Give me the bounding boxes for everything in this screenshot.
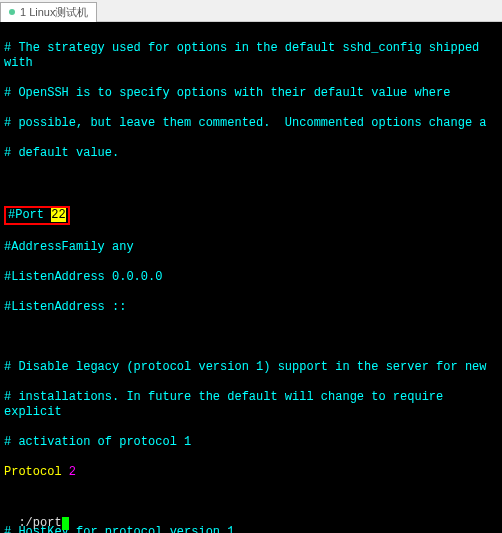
tab-bar: 1 Linux测试机: [0, 0, 502, 22]
protocol-key: Protocol: [4, 465, 62, 479]
config-line: #ListenAddress ::: [4, 300, 498, 315]
port-value: 22: [51, 208, 65, 222]
blank-line: [4, 330, 498, 345]
config-line: # activation of protocol 1: [4, 435, 498, 450]
port-label: #Port: [8, 208, 51, 222]
protocol-value: 2: [62, 465, 76, 479]
cursor-icon: [62, 517, 69, 530]
tab-label: 1 Linux测试机: [20, 5, 88, 20]
terminal-tab[interactable]: 1 Linux测试机: [0, 2, 97, 22]
blank-line: [4, 176, 498, 191]
config-line: # installations. In future the default w…: [4, 390, 498, 420]
config-line: #ListenAddress 0.0.0.0: [4, 270, 498, 285]
status-dot-icon: [9, 9, 15, 15]
config-line: #AddressFamily any: [4, 240, 498, 255]
port-line: #Port 22: [4, 206, 498, 225]
config-line: # OpenSSH is to specify options with the…: [4, 86, 498, 101]
config-line: # possible, but leave them commented. Un…: [4, 116, 498, 131]
search-command: :/port: [18, 516, 61, 530]
config-line: # Disable legacy (protocol version 1) su…: [4, 360, 498, 375]
config-line: # The strategy used for options in the d…: [4, 41, 498, 71]
protocol-line: Protocol 2: [4, 465, 498, 480]
config-line: # default value.: [4, 146, 498, 161]
vim-status-line[interactable]: :/port: [0, 501, 502, 533]
terminal-content[interactable]: # The strategy used for options in the d…: [0, 22, 502, 533]
